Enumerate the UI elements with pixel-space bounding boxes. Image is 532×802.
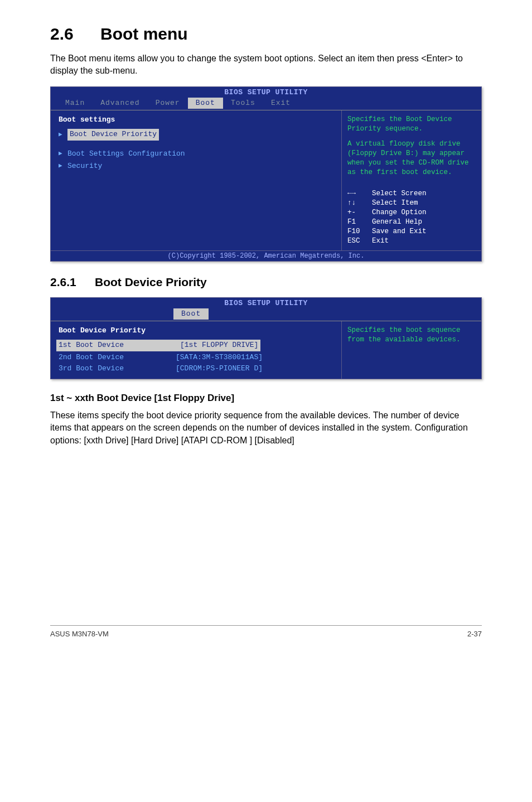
tab-boot[interactable]: Boot xyxy=(173,308,209,320)
page-footer: ASUS M3N78-VM 2-37 xyxy=(50,625,482,639)
subsection-title-text: Boot Device Priority xyxy=(95,276,207,288)
bios-menu-heading: Boot Device Priority xyxy=(59,326,333,336)
bios-header: BIOS SETUP UTILITY xyxy=(51,298,481,308)
bios-left-panel: Boot Device Priority 1st Boot Device [1s… xyxy=(51,321,342,379)
bios-help-panel: Specifies the Boot Device Priority seque… xyxy=(342,110,481,250)
tab-power[interactable]: Power xyxy=(148,98,188,109)
bios-tab-bar: Main Advanced Power Boot Tools Exit xyxy=(51,98,481,110)
boot-device-row-2[interactable]: 2nd Boot Device [SATA:3M-ST380011AS] xyxy=(59,352,333,363)
key-desc: Select Item xyxy=(372,199,476,208)
menu-row-security[interactable]: ▶ Security xyxy=(59,160,333,172)
key-desc: Select Screen xyxy=(372,189,476,199)
item-body: These items specify the boot device prio… xyxy=(50,409,482,447)
menu-row-boot-device-priority[interactable]: ▶ Boot Device Priority xyxy=(59,128,333,141)
field-name: 3rd Boot Device xyxy=(59,364,176,374)
menu-item-label: Boot Device Priority xyxy=(67,129,159,140)
bios-body: Boot Device Priority 1st Boot Device [1s… xyxy=(51,321,481,379)
bios-copyright: (C)Copyright 1985-2002, American Megatre… xyxy=(51,250,481,262)
bios-body: Boot settings ▶ Boot Device Priority ▶ B… xyxy=(51,110,481,250)
bios-menu-heading: Boot settings xyxy=(59,115,333,125)
tab-main[interactable]: Main xyxy=(57,98,93,109)
bios-screenshot-sub: BIOS SETUP UTILITY Boot Boot Device Prio… xyxy=(50,297,482,379)
bios-tab-bar: Boot xyxy=(51,308,481,321)
field-name: 2nd Boot Device xyxy=(59,352,176,363)
submenu-arrow-icon: ▶ xyxy=(59,162,67,170)
subsection-heading: 2.6.1Boot Device Priority xyxy=(50,274,482,290)
key-desc: Change Option xyxy=(372,208,476,218)
field-value: [1st FLOPPY DRIVE] xyxy=(178,340,260,351)
key: F10 xyxy=(347,227,372,236)
tab-advanced[interactable]: Advanced xyxy=(93,98,147,109)
footer-left: ASUS M3N78-VM xyxy=(50,629,109,639)
key: ESC xyxy=(347,236,372,246)
tab-boot[interactable]: Boot xyxy=(188,98,223,109)
field-value: [SATA:3M-ST380011AS] xyxy=(176,352,263,363)
bios-left-panel: Boot settings ▶ Boot Device Priority ▶ B… xyxy=(51,110,342,250)
key: ←→ xyxy=(347,189,372,199)
boot-device-row-1[interactable]: 1st Boot Device [1st FLOPPY DRIVE] xyxy=(59,339,333,351)
key: F1 xyxy=(347,218,372,227)
field-value: [CDROM:PS-PIONEER D] xyxy=(176,364,263,374)
menu-item-label: Security xyxy=(67,161,102,172)
key-desc: Save and Exit xyxy=(372,227,476,236)
bios-help-panel: Specifies the boot sequence from the ava… xyxy=(342,321,481,379)
bios-screenshot-main: BIOS SETUP UTILITY Main Advanced Power B… xyxy=(50,86,482,262)
key: ↑↓ xyxy=(347,199,372,208)
help-text-1: Specifies the Boot Device Priority seque… xyxy=(347,115,476,134)
key: +- xyxy=(347,208,372,218)
submenu-arrow-icon: ▶ xyxy=(59,149,67,158)
section-number: 2.6 xyxy=(50,22,100,46)
field-name: 1st Boot Device xyxy=(56,340,178,351)
bios-header: BIOS SETUP UTILITY xyxy=(51,87,481,98)
section-title-text: Boot menu xyxy=(100,25,188,43)
section-heading: 2.6Boot menu xyxy=(50,22,482,46)
key-desc: Exit xyxy=(372,236,476,246)
boot-device-row-3[interactable]: 3rd Boot Device [CDROM:PS-PIONEER D] xyxy=(59,363,333,374)
submenu-arrow-icon: ▶ xyxy=(59,131,67,139)
subsection-number: 2.6.1 xyxy=(50,274,95,290)
menu-item-label: Boot Settings Configuration xyxy=(67,148,185,160)
tab-exit[interactable]: Exit xyxy=(263,98,298,109)
intro-paragraph: The Boot menu items allow you to change … xyxy=(50,52,482,78)
key-desc: General Help xyxy=(372,218,476,227)
item-heading: 1st ~ xxth Boot Device [1st Floppy Drive… xyxy=(50,392,482,405)
help-text-2: A virtual floopy disk drive (Floppy Driv… xyxy=(347,139,476,177)
menu-row-boot-settings-configuration[interactable]: ▶ Boot Settings Configuration xyxy=(59,148,333,160)
tab-tools[interactable]: Tools xyxy=(223,98,263,109)
help-text: Specifies the boot sequence from the ava… xyxy=(347,326,476,345)
footer-right: 2-37 xyxy=(467,629,482,639)
key-legend: ←→Select Screen ↑↓Select Item +-Change O… xyxy=(347,189,476,245)
